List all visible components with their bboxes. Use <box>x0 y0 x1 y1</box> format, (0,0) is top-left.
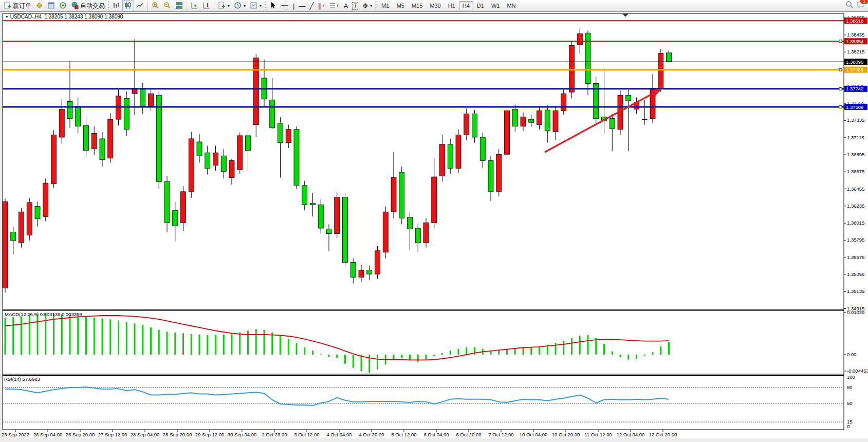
trendline-button[interactable]: ╱ <box>307 0 316 11</box>
candle-up <box>59 109 64 137</box>
candle-down <box>156 95 161 181</box>
candle-down <box>173 210 178 226</box>
candle-down <box>415 228 420 243</box>
macd-histogram-bar <box>320 354 322 355</box>
timeframe-h4-button[interactable]: H4 <box>459 1 473 10</box>
indicators-button[interactable] <box>33 0 45 11</box>
search-icon[interactable] <box>845 1 854 11</box>
text-label-button[interactable]: T <box>350 0 360 11</box>
robot-icon <box>71 2 79 10</box>
hline-handle[interactable] <box>839 87 842 90</box>
macd-tick-label: 0.00 <box>847 352 857 357</box>
candle-down <box>35 207 40 219</box>
profiles-button[interactable] <box>45 0 57 11</box>
icon-sub-letter: E <box>323 4 325 8</box>
candlestick-chart-button[interactable] <box>122 0 134 11</box>
macd-indicator-label: MACD(12,26,9) 0.003136 0.003359 <box>5 311 82 317</box>
macd-histogram-bar <box>239 333 241 355</box>
timeframe-m1-button[interactable]: M1 <box>378 1 393 10</box>
macd-histogram-bar <box>142 325 143 355</box>
templates-button[interactable]: ▾ <box>248 0 264 11</box>
candle-up <box>91 133 97 149</box>
periods-button[interactable]: ▾ <box>232 0 248 11</box>
macd-histogram-bar <box>255 329 257 355</box>
candle-up <box>229 160 234 177</box>
candle-down <box>197 142 202 156</box>
candle-down <box>164 181 170 223</box>
equidistant-channel-button[interactable]: ∥E <box>316 0 327 11</box>
chart-shift-button[interactable] <box>200 0 212 11</box>
date-label: 5 Oct 12:00 <box>391 432 416 437</box>
macd-histogram-bar <box>45 314 46 355</box>
vertical-line-button[interactable]: | <box>291 0 297 11</box>
macd-histogram-bar <box>466 347 467 355</box>
fibonacci-icon: ☰ <box>329 3 336 9</box>
candle-down <box>310 204 316 205</box>
price-tick-label: 1.38435 <box>847 32 864 38</box>
candle-up <box>505 111 510 155</box>
chart-canvas: 1.386551.384351.382151.379951.377751.375… <box>0 0 868 442</box>
date-label: 12 Oct 20:00 <box>649 432 677 437</box>
macd-histogram-bar <box>12 317 14 355</box>
macd-histogram-bar <box>85 317 87 355</box>
timeframe-mn-button[interactable]: MN <box>503 1 519 10</box>
new-order-button[interactable]: 新订单 <box>2 0 33 11</box>
shapes-icon: ✥ <box>362 3 368 9</box>
timeframe-m30-button[interactable]: M30 <box>426 1 444 10</box>
chart-symbol-period: USDCAD-,H4 <box>10 14 42 20</box>
crosshair-icon <box>281 2 289 10</box>
candle-down <box>626 95 631 101</box>
chevron-down-icon: ▾ <box>228 4 230 8</box>
macd-tick-label: 0.01029 <box>847 309 864 315</box>
fibonacci-button[interactable]: ☰F <box>327 0 342 11</box>
macd-histogram-bar <box>595 338 597 355</box>
notifications-button[interactable]: 1 <box>857 1 865 11</box>
macd-histogram-bar <box>393 355 395 360</box>
trendline-icon: ╱ <box>309 3 313 9</box>
hline-handle[interactable] <box>839 40 842 43</box>
auto-scroll-button[interactable] <box>189 0 200 11</box>
zoom-in-button[interactable] <box>150 0 161 11</box>
date-label: 12 Oct 04:00 <box>617 432 644 437</box>
candle-down <box>326 229 331 233</box>
cursor-button[interactable] <box>267 0 279 11</box>
signals-button[interactable] <box>57 0 69 11</box>
signal-icon <box>59 2 67 10</box>
bar-chart-button[interactable] <box>110 0 122 11</box>
candle-down <box>246 136 251 151</box>
chart-collapse-icon[interactable]: ▼ <box>5 15 9 19</box>
macd-histogram-bar <box>231 334 233 355</box>
horizontal-line-icon: — <box>299 3 305 9</box>
candle-up <box>553 111 558 132</box>
macd-histogram-bar <box>21 317 22 355</box>
date-label: 11 Oct 12:00 <box>584 432 612 437</box>
price-tag-label: 1.37988 <box>846 67 863 72</box>
window-left-edge <box>0 12 2 442</box>
timeframe-m15-button[interactable]: M15 <box>408 1 426 10</box>
autotrading-button[interactable]: 自动交易 <box>69 0 107 11</box>
new-chart-button[interactable]: ▾ <box>216 0 232 11</box>
timeframe-m5-button[interactable]: M5 <box>393 1 408 10</box>
timeframe-h1-button[interactable]: H1 <box>445 1 459 10</box>
macd-histogram-bar <box>126 322 127 355</box>
timeframe-w1-button[interactable]: W1 <box>488 1 504 10</box>
price-tag-label: 1.37509 <box>846 104 863 110</box>
text-button[interactable]: A <box>342 0 350 11</box>
horizontal-line-button[interactable]: — <box>297 0 307 11</box>
timeframe-d1-button[interactable]: D1 <box>473 1 488 10</box>
doc-plus-icon <box>218 2 226 10</box>
line-chart-button[interactable] <box>134 0 146 11</box>
crosshair-button[interactable] <box>279 0 291 11</box>
candle-up <box>149 94 154 106</box>
zoom-out-button[interactable] <box>161 0 173 11</box>
text-icon: A <box>344 3 348 9</box>
hline-handle[interactable] <box>839 106 842 108</box>
shapes-button[interactable]: ✥▾ <box>360 0 374 11</box>
tile-windows-button[interactable] <box>173 0 185 11</box>
date-label: 29 Sep 12:00 <box>195 432 225 437</box>
date-label: 6 Oct 20:00 <box>456 432 481 437</box>
hline-handle[interactable] <box>839 68 842 71</box>
macd-histogram-bar <box>191 334 192 355</box>
macd-histogram-bar <box>426 355 427 360</box>
candle-up <box>213 153 218 165</box>
